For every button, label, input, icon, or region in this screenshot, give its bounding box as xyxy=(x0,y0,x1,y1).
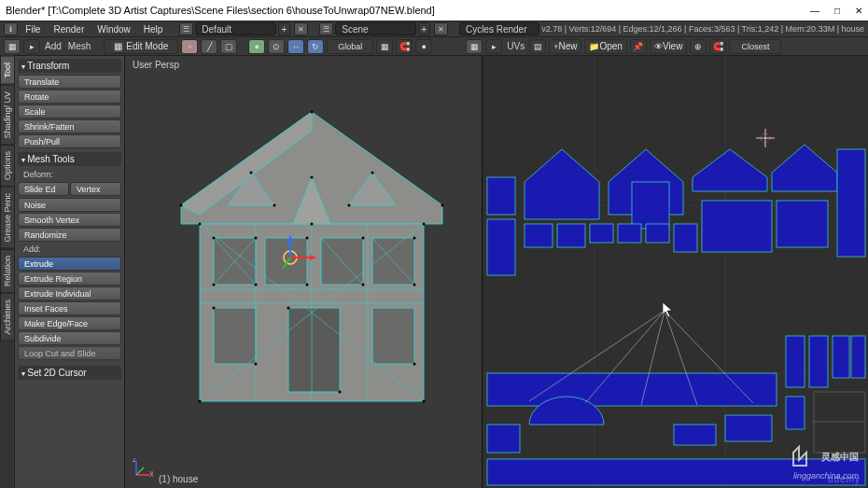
scene-dropdown[interactable]: Scene xyxy=(335,22,415,35)
slide-vertex-button[interactable]: Vertex xyxy=(70,182,121,196)
extrude-button[interactable]: Extrude xyxy=(18,257,121,271)
translate-button[interactable]: Translate xyxy=(18,75,121,89)
menu-help[interactable]: Help xyxy=(138,24,169,35)
svg-point-38 xyxy=(413,237,416,240)
extrude-region-button[interactable]: Extrude Region xyxy=(18,272,121,286)
mode-dropdown[interactable]: ▦Edit Mode xyxy=(104,39,178,54)
uv-image-editor[interactable]: 灵感中国 lingganchina.com udemy xyxy=(483,56,868,488)
expand-icon[interactable]: ▸ xyxy=(23,39,40,54)
svg-rect-12 xyxy=(288,308,340,392)
menu-render[interactable]: Render xyxy=(48,24,90,35)
svg-point-29 xyxy=(199,400,202,403)
watermark-text: 灵感中国 xyxy=(821,451,859,464)
mesh-menu[interactable]: Mesh xyxy=(66,41,92,51)
scene-add-button[interactable]: + xyxy=(418,22,430,35)
make-edge-face-button[interactable]: Make Edge/Face xyxy=(18,316,121,330)
uv-expand-icon[interactable]: ▸ xyxy=(485,39,502,54)
svg-marker-73 xyxy=(772,145,837,191)
svg-rect-96 xyxy=(487,425,520,453)
3d-viewport[interactable]: User Persp xyxy=(125,56,483,488)
svg-rect-76 xyxy=(557,224,585,247)
svg-text:x: x xyxy=(149,468,153,479)
svg-point-35 xyxy=(255,237,258,240)
uv-view-dropdown[interactable]: 👁 View xyxy=(650,39,688,54)
face-select-icon[interactable]: ▢ xyxy=(220,39,237,54)
svg-rect-67 xyxy=(487,219,515,275)
layout-browse-icon[interactable]: ☰ xyxy=(179,22,193,35)
loop-cut-button[interactable]: Loop Cut and Slide xyxy=(18,346,121,360)
svg-rect-95 xyxy=(674,425,716,445)
uv-editor-icon[interactable]: ▦ xyxy=(466,39,483,54)
svg-rect-80 xyxy=(674,224,697,252)
menu-window[interactable]: Window xyxy=(91,24,136,35)
rotate-button[interactable]: Rotate xyxy=(18,90,121,104)
set-2d-cursor-header[interactable]: Set 2D Cursor xyxy=(18,366,121,380)
manipulator-rotate-icon[interactable]: ↻ xyxy=(307,39,324,54)
svg-text:z: z xyxy=(133,458,137,464)
new-button[interactable]: + New xyxy=(549,39,581,54)
subdivide-button[interactable]: Subdivide xyxy=(18,331,121,345)
window-titlebar: Blender* [T:\Complete 3D Artist Captures… xyxy=(0,0,868,21)
svg-point-40 xyxy=(255,284,258,286)
scale-button[interactable]: Scale xyxy=(18,105,121,119)
tab-shading-uv[interactable]: Shading/ UV xyxy=(0,85,14,146)
inset-faces-button[interactable]: Inset Faces xyxy=(18,301,121,315)
editor-3dview-icon[interactable]: ▦ xyxy=(4,39,21,54)
svg-point-31 xyxy=(250,172,253,174)
manipulator-icon[interactable]: ↔ xyxy=(287,39,304,54)
uv-snap-icon[interactable]: 🧲 xyxy=(709,39,726,54)
menu-file[interactable]: File xyxy=(20,24,46,35)
maximize-button[interactable]: □ xyxy=(834,6,840,16)
svg-point-51 xyxy=(348,204,351,207)
svg-rect-11 xyxy=(372,308,414,364)
tool-shelf: Transform Translate Rotate Scale Shrink/… xyxy=(15,56,125,488)
svg-point-49 xyxy=(311,223,314,226)
render-engine-dropdown[interactable]: Cycles Render xyxy=(459,22,539,35)
extrude-individual-button[interactable]: Extrude Individual xyxy=(18,286,121,300)
add-menu[interactable]: Add xyxy=(43,41,63,51)
open-button[interactable]: 📁 Open xyxy=(584,39,626,54)
scene-delete-button[interactable]: ✕ xyxy=(434,22,448,35)
minimize-button[interactable]: — xyxy=(810,6,819,16)
push-pull-button[interactable]: Push/Pull xyxy=(18,134,121,148)
noise-button[interactable]: Noise xyxy=(18,198,121,212)
edge-select-icon[interactable]: ╱ xyxy=(201,39,217,54)
tab-tool[interactable]: Tool xyxy=(0,56,14,85)
layout-add-button[interactable]: + xyxy=(278,22,290,35)
orientation-dropdown[interactable]: Global xyxy=(327,39,373,54)
slide-edge-button[interactable]: Slide Ed xyxy=(18,182,69,196)
uv-pivot-icon[interactable]: ⊕ xyxy=(690,39,707,54)
axis-indicator: z x xyxy=(133,458,153,479)
snap-icon[interactable]: 🧲 xyxy=(396,39,413,54)
smooth-vertex-button[interactable]: Smooth Vertex xyxy=(18,213,121,227)
pin-icon[interactable]: 📌 xyxy=(630,39,647,54)
image-browse-icon[interactable]: ▤ xyxy=(529,39,546,54)
tab-relation[interactable]: Relation xyxy=(0,249,14,293)
meshtools-header[interactable]: Mesh Tools xyxy=(18,152,121,166)
svg-rect-79 xyxy=(646,224,669,243)
shading-icon[interactable]: ● xyxy=(248,39,265,54)
shrink-fatten-button[interactable]: Shrink/Fatten xyxy=(18,119,121,133)
svg-point-41 xyxy=(306,284,309,286)
tab-grease-pencil[interactable]: Grease Penc xyxy=(0,187,14,249)
svg-rect-7 xyxy=(265,238,307,285)
2d-cursor-icon xyxy=(756,129,775,147)
uvs-menu[interactable]: UVs xyxy=(505,41,526,51)
layout-delete-button[interactable]: ✕ xyxy=(294,22,308,35)
layout-dropdown[interactable]: Default xyxy=(195,22,275,35)
layers-icon[interactable]: ▦ xyxy=(376,39,393,54)
tab-options[interactable]: Options xyxy=(0,145,14,187)
proportional-icon[interactable]: ● xyxy=(415,39,432,54)
scene-browse-icon[interactable]: ☰ xyxy=(319,22,333,35)
svg-point-44 xyxy=(213,307,216,310)
editor-type-icon[interactable]: ℹ xyxy=(4,22,18,35)
interpolation-dropdown[interactable]: Closest xyxy=(729,39,781,54)
vertex-select-icon[interactable]: ▫ xyxy=(181,39,198,54)
transform-header[interactable]: Transform xyxy=(18,59,121,73)
pivot-icon[interactable]: ⊙ xyxy=(268,39,285,54)
tab-archimesh[interactable]: Archimes xyxy=(0,293,14,342)
randomize-button[interactable]: Randomize xyxy=(18,228,121,242)
svg-point-33 xyxy=(311,176,314,179)
view-persp-label: User Persp xyxy=(133,60,179,70)
close-button[interactable]: ✕ xyxy=(855,6,862,16)
